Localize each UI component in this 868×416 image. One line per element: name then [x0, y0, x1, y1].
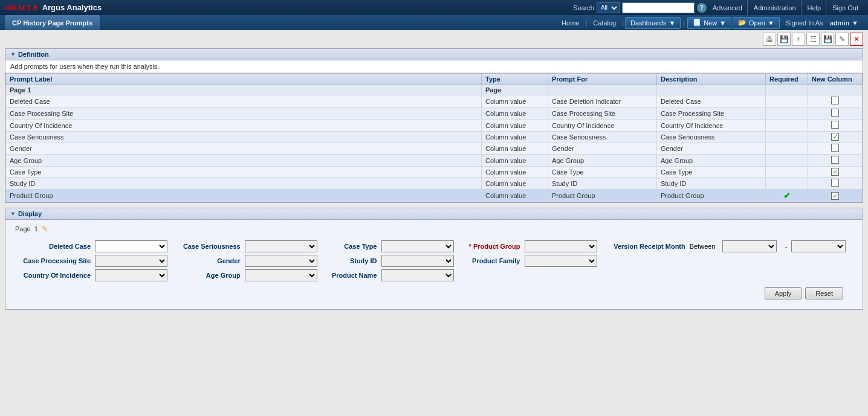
age-group-select[interactable] — [245, 269, 317, 281]
add-icon[interactable]: + — [792, 33, 805, 46]
required-cell — [766, 155, 808, 167]
deleted-case-label: Deleted Case — [15, 239, 92, 254]
table-row[interactable]: Study ID Column value Study ID Study ID — [6, 178, 863, 190]
gender-select[interactable] — [245, 255, 317, 267]
between-dash-cell: - — [784, 239, 789, 254]
product-name-select[interactable] — [381, 269, 454, 281]
collapse-icon[interactable]: ▼ — [10, 51, 16, 57]
prompt-for-cell: Case Type — [548, 167, 657, 178]
between-label-cell: Between — [687, 239, 721, 254]
open-dropdown[interactable]: 📂 Open ▼ — [733, 17, 780, 29]
checkbox-checked-icon[interactable]: ✓ — [831, 168, 839, 176]
type-cell: Column value — [482, 167, 548, 178]
product-group-select[interactable] — [525, 240, 597, 252]
apply-button[interactable]: Apply — [765, 287, 802, 299]
product-family-select[interactable] — [525, 255, 597, 267]
case-processing-site-cell — [92, 254, 176, 268]
search-scope-select[interactable]: All — [597, 2, 620, 13]
checkbox-unchecked-icon[interactable] — [831, 121, 839, 129]
toolbar: 🖶 💾 + ☷ 💾 ✎ ✕ — [0, 30, 868, 48]
definition-description: Add prompts for users when they run this… — [5, 60, 863, 73]
description-cell: Country Of Incidence — [657, 120, 766, 132]
checkbox-checked-icon[interactable]: ✓ — [831, 133, 839, 141]
prompt-label-cell: Country Of Incidence — [6, 120, 482, 132]
description-cell: Case Type — [657, 167, 766, 178]
prompt-for-cell: Product Group — [548, 190, 657, 202]
reset-button[interactable]: Reset — [805, 287, 843, 299]
new-column-cell — [808, 120, 863, 132]
product-name-cell — [379, 268, 462, 283]
table-row[interactable]: Gender Column value Gender Gender — [6, 142, 863, 155]
prompts-table: Prompt Label Type Prompt For Description… — [5, 73, 863, 202]
study-id-cell — [379, 254, 462, 268]
study-id-select[interactable] — [381, 255, 454, 267]
new-dropdown[interactable]: 📃 New ▼ — [687, 17, 731, 29]
search-area: Search All ? — [573, 2, 707, 13]
dashboards-dropdown[interactable]: Dashboards ▼ — [625, 17, 681, 29]
definition-header: ▼ Definition — [5, 49, 863, 60]
check-icon: ✔ — [783, 191, 791, 200]
checkbox-unchecked-icon[interactable] — [831, 144, 839, 152]
display-content: Page 1 ✎ Deleted Case Case S — [5, 220, 863, 309]
grid-icon[interactable]: ☷ — [806, 33, 820, 46]
table-row[interactable]: Age Group Column value Age Group Age Gro… — [6, 155, 863, 167]
type-cell: Column value — [482, 142, 548, 155]
prompt-label-cell: Gender — [6, 142, 482, 155]
table-row[interactable]: Case Processing Site Column value Case P… — [6, 107, 863, 120]
prompt-label-cell: Case Type — [6, 167, 482, 178]
case-type-select[interactable] — [381, 240, 454, 252]
save-icon[interactable]: 💾 — [821, 33, 834, 46]
page-number: 1 — [34, 225, 38, 232]
country-of-incidence-select[interactable] — [95, 269, 167, 281]
content-area: 🖶 💾 + ☷ 💾 ✎ ✕ ▼ Definition Add prompts f… — [0, 30, 868, 416]
table-row[interactable]: Product Group Column value Product Group… — [6, 190, 863, 202]
checkbox-unchecked-icon[interactable] — [831, 156, 839, 164]
export-icon[interactable]: 💾 — [777, 33, 791, 46]
required-cell — [766, 95, 808, 107]
description-cell: Deleted Case — [657, 95, 766, 107]
delete-icon[interactable]: ✕ — [850, 33, 863, 46]
case-processing-site-select[interactable] — [95, 255, 167, 267]
catalog-nav-item[interactable]: Catalog — [588, 15, 621, 30]
filter-table: Deleted Case Case Seriousness Case Type — [15, 239, 853, 283]
country-of-incidence-label: Country Of Incidence — [15, 268, 92, 283]
top-nav-right: Search All ? Advanced Administration Hel… — [573, 0, 863, 15]
prompt-for-cell: Gender — [548, 142, 657, 155]
checkbox-unchecked-icon[interactable] — [831, 109, 839, 117]
checkbox-unchecked-icon[interactable] — [831, 97, 839, 104]
case-seriousness-select[interactable] — [245, 240, 317, 252]
table-row[interactable]: Deleted Case Column value Case Deletion … — [6, 95, 863, 107]
page-text: Page — [15, 225, 31, 232]
col-header-prompt-label: Prompt Label — [6, 74, 482, 85]
edit-icon[interactable]: ✎ — [835, 33, 849, 46]
required-cell: ✔ — [766, 190, 808, 202]
oracle-brand: ORACLE — [5, 3, 39, 13]
help-nav-item[interactable]: Help — [803, 0, 827, 15]
administration-nav-item[interactable]: Administration — [749, 0, 802, 15]
print-icon[interactable]: 🖶 — [763, 33, 776, 46]
home-nav-item[interactable]: Home — [557, 15, 584, 30]
table-row[interactable]: Case Type Column value Case Type Case Ty… — [6, 167, 863, 178]
signout-nav-item[interactable]: Sign Out — [828, 0, 863, 15]
search-input[interactable] — [622, 2, 695, 13]
page-edit-icon[interactable]: ✎ — [42, 225, 48, 233]
description-cell: Gender — [657, 142, 766, 155]
table-row[interactable]: Country Of Incidence Column value Countr… — [6, 120, 863, 132]
deleted-case-select[interactable] — [95, 240, 167, 252]
checkbox-checked-icon[interactable]: ✓ — [831, 192, 839, 200]
version-receipt-to-select[interactable] — [791, 240, 846, 252]
prompt-label-cell: Case Processing Site — [6, 107, 482, 120]
prompt-for-cell: Country Of Incidence — [548, 120, 657, 132]
checkbox-unchecked-icon[interactable] — [831, 179, 839, 187]
prompt-for-cell: Case Processing Site — [548, 107, 657, 120]
version-receipt-from-select[interactable] — [722, 240, 777, 252]
app-title: Argus Analytics — [42, 3, 102, 12]
country-of-incidence-cell — [92, 268, 176, 283]
sub-nav-right: Home | Catalog | Dashboards ▼ | 📃 New ▼ … — [557, 15, 863, 30]
display-collapse-icon[interactable]: ▼ — [10, 211, 16, 217]
table-row[interactable]: Case Seriousness Column value Case Serio… — [6, 132, 863, 142]
required-cell — [766, 142, 808, 155]
advanced-nav-item[interactable]: Advanced — [708, 0, 748, 15]
description-cell: Case Seriousness — [657, 132, 766, 142]
search-help-icon[interactable]: ? — [697, 3, 707, 13]
